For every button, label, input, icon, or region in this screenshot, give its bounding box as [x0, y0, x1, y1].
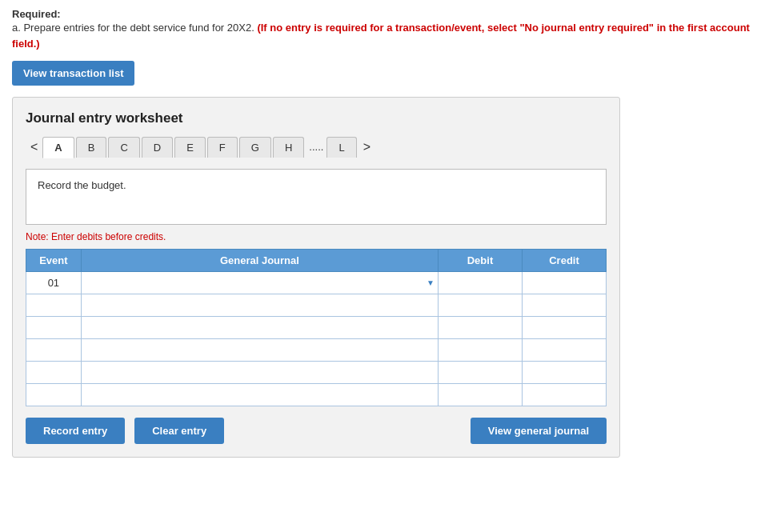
tabs-navigation: < A B C D E F G H ..... L >: [26, 136, 607, 158]
credit-cell: [522, 384, 606, 406]
gj-cell: [81, 317, 438, 339]
table-row: [26, 339, 607, 362]
tab-prev-arrow[interactable]: <: [26, 137, 42, 158]
gj-input-6[interactable]: [85, 387, 435, 402]
header-general-journal: General Journal: [81, 250, 438, 272]
header-event: Event: [26, 250, 82, 272]
tab-dots: .....: [306, 137, 326, 157]
credit-cell: [522, 294, 606, 317]
required-title: Required:: [12, 8, 761, 20]
event-cell: [26, 384, 82, 406]
credit-input-2[interactable]: [526, 298, 603, 313]
debit-cell: [438, 294, 522, 317]
required-line1: a. Prepare entries for the debt service …: [12, 22, 254, 34]
credit-input-6[interactable]: [526, 387, 603, 402]
event-cell: 01: [26, 272, 82, 294]
required-line: a. Prepare entries for the debt service …: [12, 20, 761, 51]
buttons-row: Record entry Clear entry View general jo…: [26, 418, 607, 444]
debit-input-5[interactable]: [442, 365, 519, 380]
gj-cell: ▼: [81, 272, 438, 294]
view-general-journal-button[interactable]: View general journal: [471, 418, 607, 444]
tab-A[interactable]: A: [42, 137, 74, 158]
view-transaction-button[interactable]: View transaction list: [12, 61, 134, 86]
tab-L[interactable]: L: [326, 137, 356, 158]
tab-D[interactable]: D: [142, 137, 173, 158]
credit-cell: [522, 362, 606, 384]
debit-cell: [438, 272, 522, 294]
debit-input-4[interactable]: [442, 342, 519, 358]
debit-input-3[interactable]: [442, 320, 519, 335]
table-row: 01 ▼: [26, 272, 607, 294]
worksheet-container: Journal entry worksheet < A B C D E F G …: [12, 97, 620, 458]
gj-cell: [81, 294, 438, 317]
header-debit: Debit: [438, 250, 522, 272]
gj-input-1[interactable]: [85, 275, 425, 290]
table-row: [26, 294, 607, 317]
gj-input-3[interactable]: [85, 320, 435, 335]
header-credit: Credit: [522, 250, 606, 272]
event-cell: [26, 294, 82, 317]
credit-cell: [522, 272, 606, 294]
credit-input-3[interactable]: [526, 320, 603, 335]
description-box: Record the budget.: [26, 169, 607, 225]
tab-G[interactable]: G: [239, 137, 271, 158]
tab-E[interactable]: E: [174, 137, 206, 158]
tab-F[interactable]: F: [207, 137, 238, 158]
tab-B[interactable]: B: [76, 137, 107, 158]
debit-cell: [438, 362, 522, 384]
gj-cell: [81, 362, 438, 384]
gj-cell: [81, 384, 438, 406]
tab-C[interactable]: C: [108, 137, 139, 158]
worksheet-title: Journal entry worksheet: [26, 110, 607, 126]
debit-input-6[interactable]: [442, 387, 519, 402]
credit-cell: [522, 339, 606, 362]
credit-cell: [522, 317, 606, 339]
debit-input-2[interactable]: [442, 298, 519, 313]
credit-input-5[interactable]: [526, 365, 603, 380]
debit-cell: [438, 339, 522, 362]
event-cell: [26, 362, 82, 384]
table-row: [26, 362, 607, 384]
debit-cell: [438, 317, 522, 339]
gj-cell: [81, 339, 438, 362]
debit-input-1[interactable]: [442, 275, 519, 290]
description-text: Record the budget.: [38, 179, 126, 191]
clear-entry-button[interactable]: Clear entry: [134, 418, 224, 444]
gj-input-5[interactable]: [85, 365, 435, 380]
event-cell: [26, 317, 82, 339]
dropdown-arrow-1[interactable]: ▼: [427, 278, 435, 287]
note-text: Note: Enter debits before credits.: [26, 231, 607, 242]
event-cell: [26, 339, 82, 362]
record-entry-button[interactable]: Record entry: [26, 418, 125, 444]
gj-input-2[interactable]: [85, 298, 435, 313]
debit-cell: [438, 384, 522, 406]
tab-H[interactable]: H: [273, 137, 304, 158]
gj-input-4[interactable]: [85, 342, 435, 358]
journal-table: Event General Journal Debit Credit 01 ▼: [26, 249, 607, 406]
credit-input-1[interactable]: [526, 275, 603, 290]
table-row: [26, 317, 607, 339]
tab-next-arrow[interactable]: >: [358, 137, 375, 158]
credit-input-4[interactable]: [526, 342, 603, 358]
table-row: [26, 384, 607, 406]
